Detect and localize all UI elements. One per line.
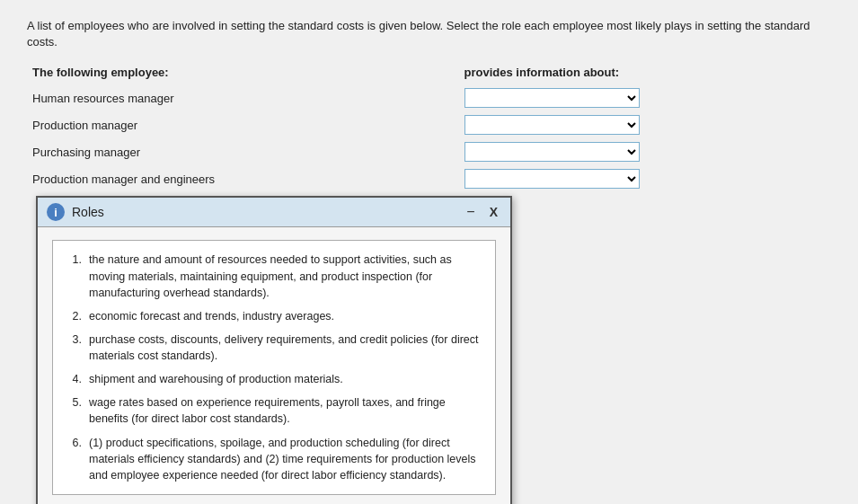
modal-controls: − X — [463, 205, 501, 219]
employee-role-select[interactable]: Role 1Role 2Role 3Role 4Role 5Role 6 — [464, 88, 640, 108]
role-list-item: economic forecast and trends, industry a… — [66, 308, 482, 324]
roles-list-box: the nature and amount of resources neede… — [52, 240, 496, 495]
role-list-item: (1) product specifications, spoilage, an… — [66, 435, 482, 483]
modal-box: i Roles − X the nature and amount of res… — [36, 196, 512, 504]
role-list-item: wage rates based on experience requireme… — [66, 394, 482, 427]
role-text: the nature and amount of resources neede… — [89, 252, 482, 300]
minimize-button[interactable]: − — [463, 205, 478, 219]
role-text: shipment and warehousing of production m… — [89, 371, 343, 387]
employee-role-select[interactable]: Role 1Role 2Role 3Role 4Role 5Role 6 — [464, 169, 640, 189]
employee-role-select[interactable]: Role 1Role 2Role 3Role 4Role 5Role 6 — [464, 142, 640, 162]
modal-header: i Roles − X — [38, 198, 510, 227]
dropdown-cell: Role 1Role 2Role 3Role 4Role 5Role 6 — [459, 111, 831, 138]
dropdown-cell: Role 1Role 2Role 3Role 4Role 5Role 6 — [459, 84, 831, 111]
page-container: A list of employees who are involved in … — [9, 9, 849, 504]
col2-header: provides information about: — [459, 63, 831, 84]
role-list-item: purchase costs, discounts, delivery requ… — [66, 332, 482, 364]
role-list-item: shipment and warehousing of production m… — [66, 371, 482, 387]
dropdown-cell: Role 1Role 2Role 3Role 4Role 5Role 6 — [459, 138, 831, 165]
col1-header: The following employee: — [27, 63, 459, 84]
table-row: Human resources managerRole 1Role 2Role … — [27, 84, 831, 111]
table-row: Production managerRole 1Role 2Role 3Role… — [27, 111, 831, 138]
role-text: wage rates based on experience requireme… — [89, 394, 482, 427]
table-row: Production manager and engineersRole 1Ro… — [27, 165, 831, 192]
employee-name: Production manager and engineers — [27, 165, 459, 192]
modal-header-left: i Roles — [47, 203, 104, 221]
modal-title: Roles — [72, 205, 104, 219]
intro-text: A list of employees who are involved in … — [27, 18, 831, 50]
role-list-item: the nature and amount of resources neede… — [66, 252, 482, 300]
role-text: purchase costs, discounts, delivery requ… — [89, 332, 482, 364]
employee-name: Production manager — [27, 111, 459, 138]
role-text: economic forecast and trends, industry a… — [89, 308, 334, 324]
employee-name: Purchasing manager — [27, 138, 459, 165]
info-icon: i — [47, 203, 65, 221]
roles-list: the nature and amount of resources neede… — [66, 252, 482, 483]
modal-overlay: i Roles − X the nature and amount of res… — [27, 196, 831, 504]
dropdown-cell: Role 1Role 2Role 3Role 4Role 5Role 6 — [459, 165, 831, 192]
close-button[interactable]: X — [486, 205, 501, 219]
modal-body: the nature and amount of resources neede… — [38, 227, 510, 504]
table-row: Purchasing managerRole 1Role 2Role 3Role… — [27, 138, 831, 165]
employee-table: The following employee: provides informa… — [27, 63, 831, 192]
employee-name: Human resources manager — [27, 84, 459, 111]
role-text: (1) product specifications, spoilage, an… — [89, 435, 482, 483]
employee-role-select[interactable]: Role 1Role 2Role 3Role 4Role 5Role 6 — [464, 115, 640, 135]
